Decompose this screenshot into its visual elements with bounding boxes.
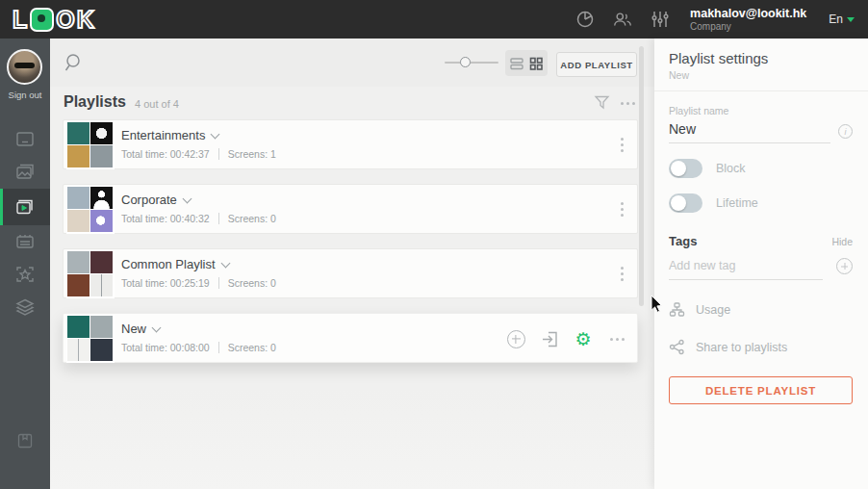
playlist-thumbnail	[66, 250, 115, 298]
add-content-icon[interactable]	[505, 328, 526, 349]
logo-eye-icon	[30, 8, 54, 32]
account-info[interactable]: makhalov@lookit.hk Company	[690, 7, 806, 33]
thumb-tile	[90, 274, 113, 296]
filter-icon[interactable]	[594, 94, 610, 115]
ticker-icon	[14, 232, 36, 251]
users-icon[interactable]	[612, 9, 633, 30]
thumb-tile	[90, 251, 113, 273]
sidebar-item-widgets[interactable]	[0, 258, 50, 291]
playlist-row[interactable]: Corporate Total time: 00:40:32 Screens: …	[63, 184, 638, 234]
block-toggle[interactable]	[669, 159, 702, 178]
sidebar-item-docs[interactable]	[0, 431, 50, 450]
view-toggle	[505, 50, 548, 76]
add-playlist-button[interactable]: ADD PLAYLIST	[556, 52, 637, 77]
divider	[218, 213, 219, 224]
more-options-icon[interactable]	[621, 102, 635, 105]
chevron-down-icon	[211, 129, 220, 139]
chevron-down-icon	[182, 193, 191, 203]
tags-title: Tags	[669, 234, 697, 248]
delete-playlist-button[interactable]: DELETE PLAYLIST	[669, 376, 853, 404]
screen-icon	[14, 130, 36, 149]
divider	[218, 148, 219, 160]
share-row[interactable]: Share to playlists	[669, 339, 853, 355]
add-tag-input[interactable]	[669, 256, 823, 280]
panel-subtitle: New	[669, 69, 853, 81]
playlist-thumbnail	[66, 315, 115, 363]
logo-letter: K	[77, 8, 95, 32]
scrollbar[interactable]	[639, 46, 644, 306]
hide-tags-link[interactable]: Hide	[831, 236, 853, 247]
slider-knob[interactable]	[460, 57, 471, 67]
row-menu-icon[interactable]	[619, 136, 625, 154]
thumb-tile	[90, 316, 113, 338]
usage-row[interactable]: Usage	[669, 301, 853, 318]
add-tag-icon[interactable]	[836, 258, 853, 274]
star-frame-icon	[14, 265, 36, 284]
thumb-tile	[90, 145, 113, 167]
more-options-icon[interactable]	[606, 328, 627, 349]
panel-title: Playlist settings	[669, 50, 853, 66]
playlist-row[interactable]: Entertainments Total time: 00:42:37 Scre…	[63, 119, 638, 169]
divider	[218, 277, 219, 289]
screens-label: Screens:	[228, 342, 268, 353]
thumb-tile	[90, 339, 113, 361]
gallery-icon	[14, 163, 36, 182]
filters-sliders-icon[interactable]	[650, 9, 671, 30]
info-icon[interactable]	[838, 124, 853, 139]
thumb-tile	[67, 274, 89, 296]
playlist-meta: Total time: 00:42:37 Screens: 1	[121, 148, 276, 160]
total-time-label: Total time:	[121, 342, 167, 353]
share-icon	[669, 339, 685, 355]
playlist-name-input[interactable]	[669, 118, 830, 143]
thumb-tile	[90, 187, 113, 209]
row-actions: ⚙	[505, 314, 627, 364]
total-time-value: 00:08:00	[170, 342, 210, 353]
divider	[218, 342, 219, 353]
screens-label: Screens:	[228, 213, 268, 224]
app-logo[interactable]: L O K	[13, 8, 95, 32]
account-company: Company	[690, 21, 806, 33]
sidebar-item-playlists[interactable]	[0, 189, 50, 225]
total-time-value: 00:40:32	[170, 213, 210, 224]
main-content: ADD PLAYLIST Playlists 4 out of 4 Entert…	[50, 39, 654, 489]
row-menu-icon[interactable]	[619, 265, 625, 283]
user-avatar[interactable]	[7, 49, 42, 85]
list-header: Playlists 4 out of 4	[50, 90, 654, 119]
playlist-row[interactable]: Common Playlist Total time: 00:25:19 Scr…	[63, 248, 638, 298]
screens-label: Screens:	[228, 277, 268, 289]
sidebar-item-screens[interactable]	[0, 123, 50, 156]
total-time-label: Total time:	[121, 277, 167, 289]
search-icon[interactable]	[63, 51, 86, 78]
playlist-meta: Total time: 00:08:00 Screens: 0	[121, 342, 276, 353]
playlist-thumbnail	[66, 121, 115, 169]
grid-view-button[interactable]	[527, 55, 545, 72]
thumb-tile	[67, 122, 89, 144]
playlist-count: 4 out of 4	[135, 98, 179, 110]
thumb-tile	[67, 210, 89, 232]
lifetime-toggle[interactable]	[669, 193, 702, 213]
row-menu-icon[interactable]	[619, 200, 625, 219]
playlist-name[interactable]: Corporate	[121, 193, 191, 207]
size-slider[interactable]	[445, 62, 498, 64]
playlist-name[interactable]: Entertainments	[121, 128, 218, 142]
total-time-label: Total time:	[121, 148, 167, 160]
sign-out-link[interactable]: Sign out	[0, 90, 50, 100]
sidebar-item-media[interactable]	[0, 156, 50, 189]
usage-label: Usage	[696, 303, 730, 317]
settings-gear-icon[interactable]: ⚙	[573, 328, 594, 349]
playlist-name[interactable]: New	[121, 322, 160, 336]
list-view-button[interactable]	[508, 55, 525, 72]
layers-icon	[14, 297, 36, 317]
playlist-row-selected[interactable]: New Total time: 00:08:00 Screens: 0 ⚙	[63, 313, 638, 363]
playlist-name[interactable]: Common Playlist	[121, 257, 229, 271]
app-window: L O K makhalov@lookit.hk Company En	[0, 0, 868, 489]
statistics-pie-icon[interactable]	[574, 9, 596, 30]
usage-sitemap-icon	[669, 301, 685, 318]
share-label: Share to playlists	[696, 341, 787, 354]
send-to-screen-icon[interactable]	[539, 328, 560, 349]
thumb-tile	[67, 145, 89, 167]
screens-value: 0	[270, 213, 276, 224]
language-selector[interactable]: En	[829, 13, 855, 26]
sidebar-item-schedule[interactable]	[0, 225, 50, 258]
sidebar-item-layers[interactable]	[0, 291, 50, 323]
